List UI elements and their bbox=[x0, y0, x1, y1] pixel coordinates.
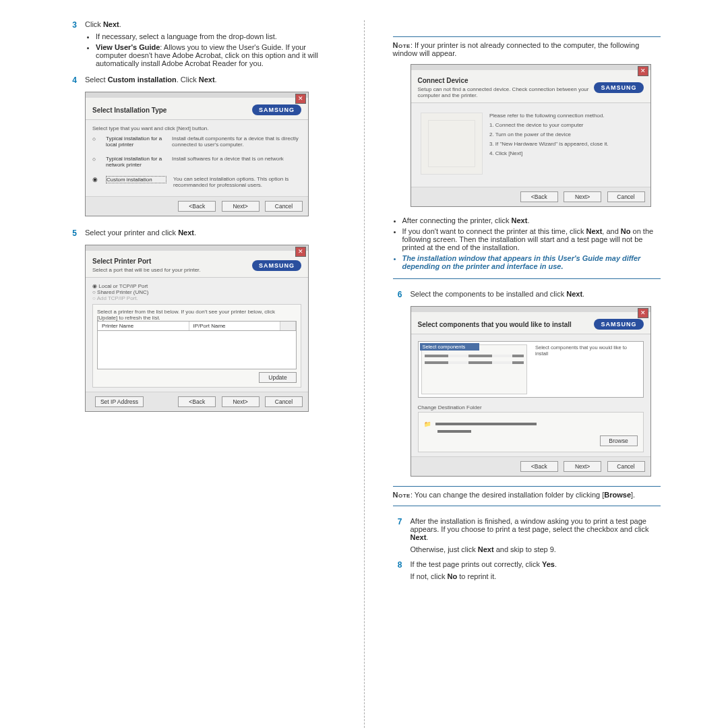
left-column: 3 Click Next. If necessary, select a lan… bbox=[67, 20, 336, 728]
step-body: Select your printer and click Next. bbox=[85, 229, 336, 238]
back-button[interactable]: <Back bbox=[178, 396, 216, 407]
brand-badge: SAMSUNG bbox=[594, 319, 643, 330]
list-item-emphasis: The installation window that appears in … bbox=[402, 254, 661, 270]
option-label: Custom installation bbox=[106, 176, 166, 183]
step-3: 3 Click Next. bbox=[67, 20, 336, 30]
text: 4. Click [Next] bbox=[489, 150, 609, 156]
cancel-button[interactable]: Cancel bbox=[265, 201, 303, 212]
text: Select the components to be installed an… bbox=[411, 290, 567, 298]
text-bold: Next bbox=[199, 75, 215, 84]
text-bold: Next bbox=[178, 229, 194, 237]
next-button[interactable]: Next> bbox=[564, 191, 601, 202]
dialog-subtitle: Select a port that will be used for your… bbox=[92, 267, 201, 273]
cancel-button[interactable]: Cancel bbox=[607, 461, 645, 472]
components-group: Select components Select components that… bbox=[418, 341, 644, 398]
back-button[interactable]: <Back bbox=[178, 201, 216, 212]
brand-badge: SAMSUNG bbox=[252, 104, 301, 115]
next-button[interactable]: Next> bbox=[222, 201, 260, 212]
step-5: 5 Select your printer and click Next. bbox=[67, 229, 336, 238]
option-custom[interactable]: ◉ Custom installation You can select ins… bbox=[92, 172, 301, 192]
back-button[interactable]: <Back bbox=[520, 461, 558, 472]
text-bold: Next bbox=[411, 533, 427, 541]
step-3-bullets: If necessary, select a language from the… bbox=[85, 32, 336, 67]
radio-add-tcpip[interactable]: ○ Add TCP/IP Port. bbox=[92, 295, 301, 301]
update-button[interactable]: Update bbox=[259, 372, 297, 383]
list-item: If necessary, select a language from the… bbox=[96, 32, 336, 40]
set-ip-button[interactable]: Set IP Address bbox=[95, 396, 144, 407]
dialog-header: Connect Device Setup can not find a conn… bbox=[411, 70, 650, 103]
cancel-button[interactable]: Cancel bbox=[607, 191, 645, 202]
text: After the installation is finished, a wi… bbox=[411, 517, 649, 533]
text: . bbox=[555, 560, 557, 568]
text: . bbox=[215, 75, 217, 84]
step-body: If the test page prints out correctly, c… bbox=[411, 560, 661, 580]
dialog-select-components: ✕ Select components that you would like … bbox=[411, 306, 651, 477]
dialog-buttons: <Back Next> Cancel bbox=[411, 187, 650, 206]
col-printer-name: Printer Name bbox=[98, 322, 189, 330]
radio-icon[interactable]: ○ bbox=[92, 135, 99, 142]
step-number: 4 bbox=[67, 75, 77, 85]
next-button[interactable]: Next> bbox=[222, 396, 260, 407]
close-icon[interactable]: ✕ bbox=[638, 308, 648, 318]
option-desc: Install softwares for a device that is o… bbox=[172, 156, 301, 162]
connection-steps: Please refer to the following connection… bbox=[489, 113, 609, 160]
back-button[interactable]: <Back bbox=[520, 191, 558, 202]
text: Otherwise, just click bbox=[411, 545, 478, 553]
text-bold: Custom installation bbox=[108, 75, 177, 84]
text: ]. bbox=[631, 491, 635, 499]
browse-button[interactable]: Browse bbox=[600, 435, 638, 446]
step-8: 8 If the test page prints out correctly,… bbox=[393, 560, 661, 580]
dialog-buttons: <Back Next> Cancel bbox=[411, 456, 650, 476]
path-placeholder bbox=[435, 423, 537, 425]
text: . bbox=[426, 533, 428, 541]
right-column: Note: If your printer is not already con… bbox=[393, 20, 661, 728]
next-button[interactable]: Next> bbox=[564, 461, 601, 472]
radio-icon[interactable]: ◉ bbox=[92, 176, 99, 183]
radio-shared[interactable]: ○ Shared Printer (UNC) bbox=[92, 289, 301, 295]
dest-folder-box: 📁 Browse bbox=[418, 412, 644, 452]
path-placeholder bbox=[437, 430, 471, 433]
close-icon[interactable]: ✕ bbox=[638, 66, 648, 76]
radio-icon[interactable]: ○ bbox=[92, 156, 99, 162]
option-typical-network[interactable]: ○ Typical installation for a network pri… bbox=[92, 152, 301, 172]
step-body: Select Custom installation. Click Next. bbox=[85, 75, 336, 85]
note-label: Note bbox=[393, 491, 411, 499]
option-label: Typical installation for a local printer bbox=[106, 135, 165, 148]
cancel-button[interactable]: Cancel bbox=[265, 396, 303, 407]
text: 3. If "New Hardware Wizard" is appeared,… bbox=[489, 141, 609, 147]
list-item: View User's Guide: Allows you to view th… bbox=[96, 43, 336, 67]
dialog-title: Select Printer Port bbox=[92, 257, 151, 265]
printer-table-body[interactable] bbox=[97, 331, 297, 369]
column-divider bbox=[364, 20, 365, 728]
dialog-title: Connect Device bbox=[418, 77, 468, 84]
dialog-buttons: Set IP Address <Back Next> Cancel bbox=[86, 392, 308, 411]
step-6: 6 Select the components to be installed … bbox=[393, 290, 661, 299]
close-icon[interactable]: ✕ bbox=[295, 247, 306, 257]
option-typical-local[interactable]: ○ Typical installation for a local print… bbox=[92, 131, 301, 152]
dialog-select-printer-port: ✕ Select Printer Port Select a port that… bbox=[85, 245, 309, 412]
text: If necessary, select a language from the… bbox=[96, 32, 277, 40]
note-connect: Note: If your printer is not already con… bbox=[393, 41, 661, 57]
note-label: Note bbox=[393, 41, 411, 49]
dialog-buttons: <Back Next> Cancel bbox=[86, 196, 308, 216]
step-number: 5 bbox=[67, 229, 77, 238]
dialog-subtitle: Select type that you want and click [Nex… bbox=[92, 125, 301, 131]
brand-badge: SAMSUNG bbox=[252, 260, 301, 271]
text: . bbox=[582, 290, 584, 298]
text: . bbox=[194, 229, 196, 237]
text: Select bbox=[85, 75, 108, 84]
close-icon[interactable]: ✕ bbox=[295, 94, 306, 104]
list-item: If you don't want to connect the printer… bbox=[402, 227, 661, 251]
text-bold: Next bbox=[103, 20, 119, 28]
text-bold: Next bbox=[566, 290, 582, 298]
option-label: Typical installation for a network print… bbox=[106, 156, 165, 168]
brand-badge: SAMSUNG bbox=[594, 82, 643, 93]
text: Select your printer and click bbox=[85, 229, 178, 237]
text-bold: Next bbox=[478, 545, 494, 553]
radio-local[interactable]: ◉ Local or TCP/IP Port bbox=[92, 283, 301, 289]
components-list[interactable]: Select components bbox=[421, 344, 528, 394]
step-body: Select the components to be installed an… bbox=[411, 290, 661, 299]
scrollbar[interactable] bbox=[280, 322, 296, 330]
option-desc: Install default components for a device … bbox=[172, 135, 301, 148]
text: : You can change the desired installatio… bbox=[411, 491, 604, 499]
